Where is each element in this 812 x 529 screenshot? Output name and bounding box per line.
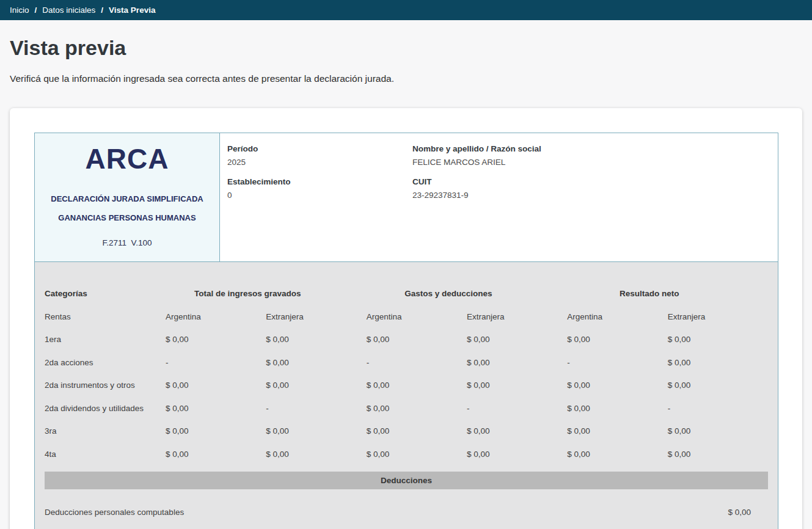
row-label: 1era [45, 335, 166, 344]
row-label: 2da dividendos y utilidades [45, 404, 166, 413]
table-row: 2da instrumentos y otros$ 0,00$ 0,00$ 0,… [45, 374, 768, 397]
cell-value: $ 0,00 [467, 358, 567, 367]
cell-value: $ 0,00 [467, 426, 567, 436]
cell-value: $ 0,00 [266, 426, 366, 436]
subcolumn-header: Argentina [367, 312, 467, 321]
field-establecimiento: Establecimiento 0 [227, 177, 412, 200]
table-rows: 1era$ 0,00$ 0,00$ 0,00$ 0,00$ 0,00$ 0,00… [45, 328, 768, 465]
table-row: 2da dividendos y utilidades$ 0,00-$ 0,00… [45, 397, 768, 420]
cell-value: - [567, 358, 667, 367]
cell-value: $ 0,00 [668, 426, 768, 436]
breadcrumb-item-vista-previa: Vista Previa [109, 5, 155, 15]
cell-value: $ 0,00 [166, 335, 266, 344]
cell-value: $ 0,00 [367, 404, 467, 413]
table-row: 2da acciones-$ 0,00-$ 0,00-$ 0,00 [45, 351, 768, 374]
field-value: 0 [227, 191, 412, 200]
cell-value: $ 0,00 [567, 426, 667, 436]
subcolumn-header: Extranjera [467, 312, 567, 321]
deducciones-row-value: $ 0,00 [728, 508, 751, 517]
field-periodo: Período 2025 [227, 144, 412, 167]
row-label: 2da instrumentos y otros [45, 381, 166, 390]
subcolumn-header: Extranjera [668, 312, 768, 321]
cell-value: $ 0,00 [567, 404, 667, 413]
subheader-row: Rentas ArgentinaExtranjeraArgentinaExtra… [45, 305, 768, 329]
cell-value: $ 0,00 [567, 381, 667, 390]
field-value: 23-29237831-9 [412, 191, 772, 200]
form-code: F.2711 V.100 [102, 238, 152, 247]
breadcrumb-separator: / [101, 5, 103, 15]
cell-value: - [467, 404, 567, 413]
preview-card: BORRADOR BORRADOR BORRADOR BORRADOR ARCA… [10, 108, 802, 529]
breadcrumb-separator: / [35, 5, 37, 15]
cell-value: $ 0,00 [266, 450, 366, 459]
cell-value: - [166, 358, 266, 367]
field-label: CUIT [412, 177, 772, 186]
form-title-line2: GANANCIAS PERSONAS HUMANAS [58, 213, 196, 222]
cell-value: $ 0,00 [668, 381, 768, 390]
deducciones-row: Deducciones personales computables $ 0,0… [45, 508, 768, 517]
cell-value: $ 0,00 [266, 335, 366, 344]
arca-logo-box: ARCA DECLARACIÓN JURADA SIMPLIFICADA GAN… [35, 133, 220, 261]
row-axis-header: Rentas [45, 312, 166, 321]
field-value: 2025 [227, 158, 412, 167]
breadcrumb-item-inicio[interactable]: Inicio [10, 5, 29, 15]
row-label: 3ra [45, 426, 166, 436]
cell-value: $ 0,00 [668, 450, 768, 459]
field-label: Establecimiento [227, 177, 412, 186]
cell-value: $ 0,00 [166, 426, 266, 436]
subcolumn-header: Argentina [567, 312, 667, 321]
breadcrumb: Inicio / Datos iniciales / Vista Previa [0, 0, 812, 20]
subcolumn-header: Extranjera [266, 312, 366, 321]
field-nombre-razon-social: Nombre y apellido / Razón social FELICE … [412, 144, 772, 167]
cell-value: $ 0,00 [166, 450, 266, 459]
cell-value: $ 0,00 [166, 404, 266, 413]
table-row: 3ra$ 0,00$ 0,00$ 0,00$ 0,00$ 0,00$ 0,00 [45, 420, 768, 443]
document-header: ARCA DECLARACIÓN JURADA SIMPLIFICADA GAN… [35, 133, 778, 261]
page-subtitle: Verificá que la información ingresada se… [10, 73, 802, 84]
table-row: 1era$ 0,00$ 0,00$ 0,00$ 0,00$ 0,00$ 0,00 [45, 328, 768, 351]
form-title-line1: DECLARACIÓN JURADA SIMPLIFICADA [51, 194, 203, 203]
table-row: 4ta$ 0,00$ 0,00$ 0,00$ 0,00$ 0,00$ 0,00 [45, 443, 768, 466]
cell-value: $ 0,00 [467, 335, 567, 344]
cell-value: $ 0,00 [166, 381, 266, 390]
document-header-fields: Período 2025 Nombre y apellido / Razón s… [220, 133, 778, 261]
cell-value: - [367, 358, 467, 367]
cell-value: $ 0,00 [367, 335, 467, 344]
subcolumn-header: Argentina [166, 312, 266, 321]
cell-value: - [668, 404, 768, 413]
declaration-document: BORRADOR BORRADOR BORRADOR BORRADOR ARCA… [34, 133, 778, 529]
cell-value: $ 0,00 [266, 381, 366, 390]
cell-value: $ 0,00 [367, 381, 467, 390]
cell-value: $ 0,00 [668, 335, 768, 344]
field-label: Período [227, 144, 412, 153]
deducciones-row-label: Deducciones personales computables [45, 508, 184, 517]
row-label: 4ta [45, 450, 166, 459]
field-value: FELICE MARCOS ARIEL [412, 158, 772, 167]
cell-value: $ 0,00 [467, 450, 567, 459]
cell-value: $ 0,00 [567, 335, 667, 344]
cell-value: $ 0,00 [467, 381, 567, 390]
cell-value: $ 0,00 [367, 426, 467, 436]
group-header-gastos: Gastos y deducciones [367, 289, 568, 298]
group-header-ingresos: Total de ingresos gravados [166, 289, 367, 298]
cell-value: $ 0,00 [668, 358, 768, 367]
summary-table: Categorías Total de ingresos gravados Ga… [35, 261, 778, 529]
corner-header: Categorías [45, 289, 166, 298]
group-header-row: Categorías Total de ingresos gravados Ga… [45, 282, 768, 305]
cell-value: - [266, 404, 366, 413]
breadcrumb-item-datos-iniciales[interactable]: Datos iniciales [42, 5, 95, 15]
cell-value: $ 0,00 [266, 358, 366, 367]
group-header-resultado: Resultado neto [567, 289, 768, 298]
field-cuit: CUIT 23-29237831-9 [412, 177, 772, 200]
field-label: Nombre y apellido / Razón social [412, 144, 772, 153]
cell-value: $ 0,00 [567, 450, 667, 459]
page-title: Vista previa [10, 35, 802, 60]
cell-value: $ 0,00 [367, 450, 467, 459]
deducciones-section-bar: Deducciones [45, 472, 768, 489]
row-label: 2da acciones [45, 358, 166, 367]
arca-logo: ARCA [86, 143, 169, 175]
